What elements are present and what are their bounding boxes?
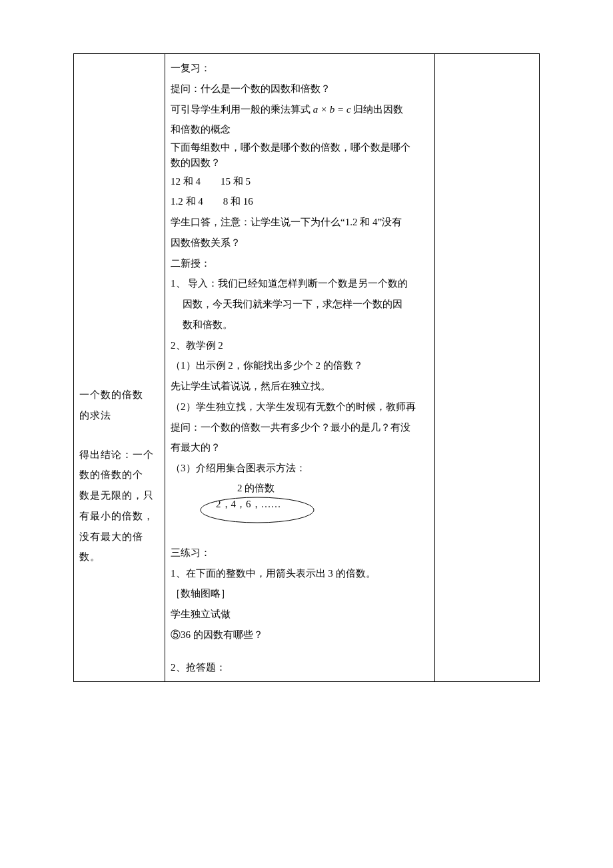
section-heading: 三练习： <box>171 543 429 563</box>
body-text-part: 可引导学生利用一般的乘法算式 <box>171 104 313 115</box>
body-text: 先让学生试着说说，然后在独立找。 <box>171 376 429 397</box>
left-conclusion-block: 得出结论：一个 数的倍数的个 数是无限的，只 有最小的倍数， 没有最大的倍 数。 <box>79 445 159 568</box>
left-text: 数。 <box>79 547 159 567</box>
page: 一个数的倍数 的求法 得出结论：一个 数的倍数的个 数是无限的，只 有最小的倍数… <box>0 0 613 722</box>
left-text: 的求法 <box>79 405 159 426</box>
body-text: 和倍数的概念 <box>171 119 429 140</box>
list-item: 1、 导入：我们已经知道怎样判断一个数是另一个数的 <box>171 273 429 294</box>
list-item: 2、抢答题： <box>171 657 429 678</box>
left-text: 数的倍数的个 <box>79 465 159 485</box>
set-diagram-content: 2，4，6，…… <box>216 497 281 511</box>
sub-item: （3）介绍用集合图表示方法： <box>171 458 429 479</box>
body-text: 提问：一个数的倍数一共有多少个？最小的是几？有没 <box>171 417 429 438</box>
set-diagram-label: 2 的倍数 <box>197 480 344 496</box>
math-expression: a × b = c <box>313 104 351 115</box>
body-text: 学生口答，注意：让学生说一下为什么“1.2 和 4”没有 <box>171 212 429 233</box>
left-topic-block: 一个数的倍数 的求法 <box>79 385 159 426</box>
body-text: 学生独立试做 <box>171 604 429 625</box>
list-item: 2、教学例 2 <box>171 335 429 356</box>
left-text: 一个数的倍数 <box>79 385 159 405</box>
section-heading: 二新授： <box>171 253 429 274</box>
left-text: 数是无限的，只 <box>79 485 159 506</box>
sub-item: （1）出示例 2，你能找出多少个 2 的倍数？ <box>171 355 429 376</box>
body-text: ［数轴图略］ <box>171 583 429 604</box>
left-column: 一个数的倍数 的求法 得出结论：一个 数的倍数的个 数是无限的，只 有最小的倍数… <box>74 54 165 682</box>
set-diagram: 2 的倍数 2，4，6，…… <box>197 480 344 528</box>
body-text: ⑤36 的因数有哪些？ <box>171 625 429 645</box>
list-item: 1、在下面的整数中，用箭头表示出 3 的倍数。 <box>171 563 429 584</box>
body-text: 数的因数？ <box>171 155 429 171</box>
body-text: 下面每组数中，哪个数是哪个数的倍数，哪个数是哪个 <box>171 140 429 155</box>
number-pairs: 1.2 和 4 8 和 16 <box>171 191 429 212</box>
body-text: 因数倍数关系？ <box>171 233 429 253</box>
body-text-part: 归纳出因数 <box>351 104 404 115</box>
list-item-cont: 因数，今天我们就来学习一下，求怎样一个数的因 <box>171 294 429 315</box>
body-text: 可引导学生利用一般的乘法算式 a × b = c 归纳出因数 <box>171 99 429 120</box>
number-pairs: 12 和 4 15 和 5 <box>171 171 429 192</box>
body-text: 有最大的？ <box>171 437 429 458</box>
list-item-cont: 数和倍数。 <box>171 315 429 335</box>
left-text: 没有最大的倍 <box>79 527 159 547</box>
middle-column: 一复习： 提问：什么是一个数的因数和倍数？ 可引导学生利用一般的乘法算式 a ×… <box>165 54 435 682</box>
lesson-plan-table: 一个数的倍数 的求法 得出结论：一个 数的倍数的个 数是无限的，只 有最小的倍数… <box>73 53 540 682</box>
left-text: 得出结论：一个 <box>79 445 159 465</box>
right-column <box>435 54 540 682</box>
left-text: 有最小的倍数， <box>79 506 159 527</box>
table-row: 一个数的倍数 的求法 得出结论：一个 数的倍数的个 数是无限的，只 有最小的倍数… <box>74 54 540 682</box>
section-heading: 一复习： <box>171 58 429 79</box>
body-text: 提问：什么是一个数的因数和倍数？ <box>171 79 429 99</box>
sub-item: （2）学生独立找，大学生发现有无数个的时候，教师再 <box>171 397 429 417</box>
